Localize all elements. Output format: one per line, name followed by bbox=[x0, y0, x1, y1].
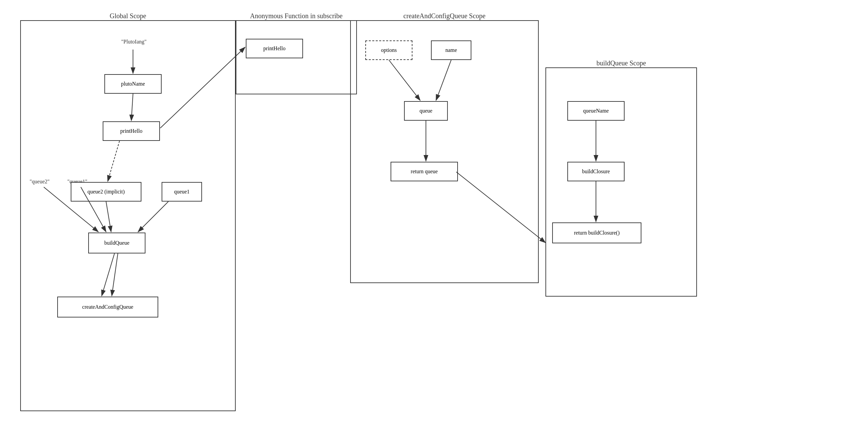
buildqueue-node: buildQueue bbox=[88, 232, 146, 253]
queue2implicit-node: queue2 (implicit) bbox=[71, 182, 142, 202]
returnqueue-node: return queue bbox=[391, 162, 458, 181]
queue1-node: queue1 bbox=[162, 182, 202, 202]
global-scope-label: Global Scope bbox=[110, 12, 146, 20]
diagram: Global Scope Anonymous Function in subsc… bbox=[0, 0, 868, 426]
printhello-anon-node: printHello bbox=[246, 39, 303, 58]
anonymous-scope-label: Anonymous Function in subscribe bbox=[250, 12, 343, 20]
buildclosure-node: buildClosure bbox=[567, 162, 625, 181]
name-node: name bbox=[431, 40, 471, 60]
options-node: options bbox=[365, 40, 412, 60]
queue-node: queue bbox=[404, 101, 448, 121]
plutoname-node: plutoName bbox=[104, 74, 162, 94]
printhello-global-node: printHello bbox=[103, 121, 160, 141]
queue2-string: "queue2" bbox=[30, 179, 50, 185]
create-scope-label: createAndConfigQueue Scope bbox=[403, 12, 486, 20]
buildqueue-scope-label: buildQueue Scope bbox=[596, 59, 646, 67]
createandconfigqueue-node: createAndConfigQueue bbox=[57, 296, 158, 317]
queuename-node: queueName bbox=[567, 101, 625, 121]
returnbuildclosure-node: return buildClosure() bbox=[552, 222, 642, 243]
plutolang-string: "PlutoIang" bbox=[121, 39, 147, 45]
